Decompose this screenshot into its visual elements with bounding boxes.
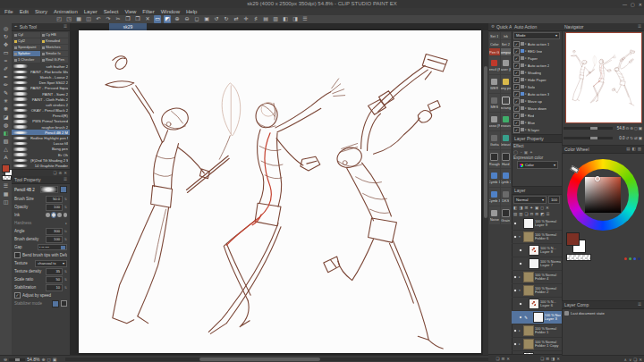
zoom-control-icon[interactable]: ◻ bbox=[47, 357, 51, 362]
auto-action-header[interactable]: Auto Action bbox=[512, 23, 562, 31]
checkbox-checked[interactable]: ✓ bbox=[513, 41, 520, 47]
main-color-swatch[interactable] bbox=[566, 232, 580, 246]
folder-expand-icon[interactable]: ▸ bbox=[519, 329, 522, 333]
toolbar-icon[interactable]: ⊕ bbox=[174, 15, 181, 23]
footer-icon[interactable]: ✕ bbox=[639, 358, 642, 362]
footer-icon[interactable]: ❏ bbox=[53, 171, 56, 175]
minimize-button[interactable]: — bbox=[623, 2, 627, 7]
menu-item[interactable]: Filter bbox=[142, 8, 154, 15]
toolbar-icon[interactable]: ↷ bbox=[105, 15, 112, 23]
layer-tool-icon[interactable]: ◧ bbox=[513, 206, 517, 210]
auto-action-item[interactable]: ✓ ▸ RED line bbox=[512, 47, 562, 55]
tool-icon[interactable]: ✒ bbox=[1, 73, 11, 80]
checkbox-checked[interactable]: ✓ bbox=[513, 105, 520, 112]
layer-thumbnail[interactable] bbox=[523, 232, 534, 242]
menu-item[interactable]: Help bbox=[186, 8, 197, 15]
navigator-zoom-icon[interactable]: ⊖ bbox=[625, 126, 629, 130]
toolbar-icon[interactable]: ◩ bbox=[164, 15, 171, 23]
quick-access-item[interactable]: Noise bbox=[489, 206, 500, 224]
tool-icon[interactable]: ✥ bbox=[1, 41, 11, 48]
footer-icon[interactable]: ◨ bbox=[551, 357, 555, 361]
panel-menu-icon[interactable]: ☰ bbox=[638, 23, 641, 30]
stepper-icon[interactable]: ⇅ bbox=[64, 286, 67, 290]
visibility-eye-icon[interactable] bbox=[513, 234, 518, 240]
brush-size-value[interactable]: 50.0 bbox=[46, 196, 63, 203]
stepper-icon[interactable]: ⇅ bbox=[64, 270, 67, 274]
panel-menu-icon[interactable]: ☰ bbox=[64, 23, 67, 30]
toolbar-icon[interactable]: ❐ bbox=[124, 15, 131, 23]
layer-tool-icon[interactable]: ◨ bbox=[519, 206, 522, 210]
layer-tool-icon[interactable]: ◩ bbox=[540, 212, 544, 216]
subtool-preset[interactable]: Splatter bbox=[13, 51, 40, 56]
navigator-rotate-icon[interactable]: ▣ bbox=[639, 136, 642, 140]
layer-row[interactable]: ✎ 100 % Normal Layer 3 bbox=[512, 311, 562, 324]
toolbar-icon[interactable]: ▥ bbox=[272, 15, 279, 23]
gap-selector[interactable]: ▪ ▪▪ ▪▪▪ bbox=[38, 244, 67, 250]
transparent-color-swatch[interactable] bbox=[2, 175, 12, 181]
toolbar-icon[interactable]: ◧ bbox=[282, 15, 289, 23]
footer-icon[interactable]: ✕ bbox=[556, 357, 560, 361]
tool-icon[interactable]: ↻ bbox=[1, 33, 11, 40]
color-panel-tab-icon[interactable]: ▤ bbox=[626, 146, 630, 153]
auto-action-item[interactable]: ✓ ▸ Move up bbox=[512, 97, 562, 105]
maximize-button[interactable]: ▢ bbox=[631, 2, 635, 7]
sv-marker[interactable] bbox=[595, 176, 600, 181]
footer-icon[interactable]: ∨ bbox=[629, 358, 631, 362]
panel-menu-icon[interactable]: ☰ bbox=[638, 301, 641, 308]
opacity-value[interactable]: 100 bbox=[46, 204, 63, 211]
quick-access-item[interactable]: Lasso (R) bbox=[489, 113, 500, 130]
toolbar-icon[interactable]: ▭ bbox=[154, 15, 161, 23]
layer-row[interactable]: ✎ ▸ 100 % Normal Folder 1 Copy bbox=[512, 338, 562, 351]
layer-thumbnail[interactable] bbox=[523, 339, 534, 349]
layer-thumbnail[interactable] bbox=[529, 258, 539, 269]
checkbox-checked[interactable]: ✓ bbox=[513, 63, 520, 69]
toolbar-icon[interactable]: ◨ bbox=[292, 15, 299, 23]
layer-row[interactable]: ✎ 100 % N... Layer 6 bbox=[512, 298, 562, 311]
checkbox-checked[interactable]: ✓ bbox=[513, 120, 520, 126]
ink-mode-icon[interactable] bbox=[57, 213, 62, 217]
toolbar-icon[interactable]: ◻ bbox=[193, 15, 200, 23]
quick-access-item[interactable]: Retouch bbox=[501, 131, 512, 149]
navigator-rotate-icon[interactable]: ⇄ bbox=[634, 136, 638, 140]
checkbox-checked[interactable]: ✓ bbox=[513, 48, 520, 55]
stabilization-value[interactable]: 10 bbox=[46, 284, 63, 291]
expand-arrow-icon[interactable]: ▸ bbox=[525, 56, 527, 60]
navigator-rotate-icon[interactable]: ↻ bbox=[630, 136, 633, 140]
footer-icon[interactable]: ✕ bbox=[64, 171, 67, 175]
checkbox-checked[interactable]: ✓ bbox=[513, 127, 520, 133]
auto-action-item[interactable]: ✓ ▸ N layer bbox=[512, 126, 562, 133]
footer-icon[interactable]: ⊕ bbox=[58, 171, 62, 175]
checkbox-checked[interactable]: ✓ bbox=[513, 55, 520, 62]
auto-action-item[interactable]: ✓ ▸ Auto action 3 bbox=[512, 90, 562, 97]
toolbar-icon[interactable]: ↶ bbox=[95, 15, 102, 23]
subtool-preset[interactable]: Cy HB bbox=[41, 32, 68, 38]
navigator-zoom-icon[interactable]: ◻ bbox=[634, 126, 638, 130]
expand-arrow-icon[interactable]: ▸ bbox=[525, 78, 527, 81]
layer-row[interactable]: ✎ ▾ 100 % Normal Folder 2 bbox=[512, 284, 562, 298]
quick-access-item[interactable]: Cymb 3 bbox=[489, 188, 500, 206]
zoom-control-icon[interactable]: ⊕ bbox=[41, 357, 45, 362]
texture-dropdown[interactable]: charcoal tx▾ bbox=[35, 260, 67, 267]
visibility-eye-icon[interactable] bbox=[513, 328, 518, 333]
toolbar-icon[interactable]: ↺ bbox=[213, 15, 220, 23]
tool-property-header[interactable]: Tool Property ☰ bbox=[12, 176, 70, 184]
zoom-slider[interactable] bbox=[9, 358, 25, 361]
effect-icon[interactable]: ✦ bbox=[530, 150, 533, 155]
texture-density-value[interactable]: 35 bbox=[46, 268, 63, 275]
quick-access-item[interactable]: Cymb 1 bbox=[489, 169, 500, 187]
checkbox-checked[interactable]: ✓ bbox=[513, 91, 520, 97]
checkbox-checked[interactable]: ✓ bbox=[513, 84, 520, 90]
auto-action-item[interactable]: ✓ ▸ Hide Paper bbox=[512, 76, 562, 83]
layer-row[interactable]: ✎ ▸ 100 % Normal Folder 4 bbox=[512, 271, 562, 284]
toolbar-icon[interactable]: ✛ bbox=[242, 15, 250, 23]
layer-tool-icon[interactable]: ✦ bbox=[530, 206, 533, 210]
quick-access-item[interactable]: Set 2 bbox=[501, 40, 512, 47]
layer-thumbnail[interactable] bbox=[529, 245, 539, 256]
quick-access-item[interactable]: Grain bbox=[501, 206, 512, 224]
mode-toggle-off[interactable] bbox=[61, 300, 67, 307]
layer-tool-icon[interactable]: ▤ bbox=[513, 212, 517, 216]
subtool-panel-header[interactable]: ✒ Sub Tool ☰ bbox=[12, 23, 70, 31]
layer-tool-icon[interactable]: ☰ bbox=[546, 212, 549, 216]
expand-icon[interactable]: ▸ bbox=[65, 222, 67, 225]
menu-item[interactable]: Layer bbox=[84, 8, 97, 15]
